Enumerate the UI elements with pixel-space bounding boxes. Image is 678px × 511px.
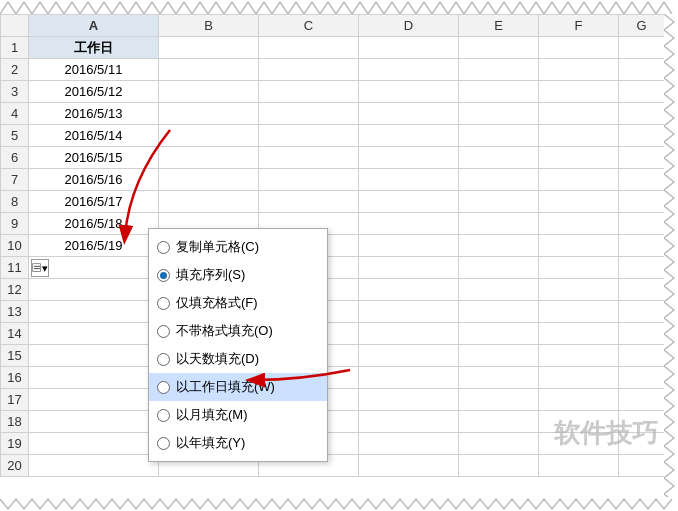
menu-item-fill-format[interactable]: 仅填充格式(F): [149, 289, 327, 317]
cell-g1[interactable]: [619, 37, 665, 59]
radio-fill-workdays: [157, 381, 170, 394]
col-header-a[interactable]: A: [29, 15, 159, 37]
table-row: 13: [1, 301, 665, 323]
cell-a6[interactable]: 2016/5/15: [29, 147, 159, 169]
menu-label-fill-days: 以天数填充(D): [176, 348, 259, 370]
table-row: 14: [1, 323, 665, 345]
radio-fill-months: [157, 409, 170, 422]
menu-label-fill-workdays: 以工作日填充(W): [176, 376, 275, 398]
cell-a8[interactable]: 2016/5/17: [29, 191, 159, 213]
table-row: 7 2016/5/16: [1, 169, 665, 191]
menu-item-fill-years[interactable]: 以年填充(Y): [149, 429, 327, 457]
menu-item-fill-workdays[interactable]: 以工作日填充(W): [149, 373, 327, 401]
autofill-dropdown[interactable]: 复制单元格(C) 填充序列(S) 仅填充格式(F) 不带格式填充(O) 以天数填…: [148, 228, 328, 462]
table-row: 2 2016/5/11: [1, 59, 665, 81]
menu-label-fill-series: 填充序列(S): [176, 264, 245, 286]
menu-label-fill-format: 仅填充格式(F): [176, 292, 258, 314]
col-header-c[interactable]: C: [259, 15, 359, 37]
cell-a11[interactable]: ▾: [29, 257, 159, 279]
row-num-1: 1: [1, 37, 29, 59]
menu-item-fill-no-format[interactable]: 不带格式填充(O): [149, 317, 327, 345]
radio-fill-no-format: [157, 325, 170, 338]
menu-label-fill-years: 以年填充(Y): [176, 432, 245, 454]
menu-label-fill-no-format: 不带格式填充(O): [176, 320, 273, 342]
menu-item-fill-days[interactable]: 以天数填充(D): [149, 345, 327, 373]
table-row: 9 2016/5/18: [1, 213, 665, 235]
cell-a2[interactable]: 2016/5/11: [29, 59, 159, 81]
radio-fill-days: [157, 353, 170, 366]
col-header-d[interactable]: D: [359, 15, 459, 37]
menu-item-copy-cell[interactable]: 复制单元格(C): [149, 233, 327, 261]
radio-copy-cell: [157, 241, 170, 254]
table-row: 19: [1, 433, 665, 455]
cell-a7[interactable]: 2016/5/16: [29, 169, 159, 191]
table-row: 11 ▾: [1, 257, 665, 279]
radio-inner-fill-series: [160, 272, 167, 279]
cell-a9[interactable]: 2016/5/18: [29, 213, 159, 235]
col-header-e[interactable]: E: [459, 15, 539, 37]
menu-item-fill-months[interactable]: 以月填充(M): [149, 401, 327, 429]
table-row: 8 2016/5/17: [1, 191, 665, 213]
menu-item-fill-series[interactable]: 填充序列(S): [149, 261, 327, 289]
table-row: 16: [1, 367, 665, 389]
radio-fill-format: [157, 297, 170, 310]
cell-f1[interactable]: [539, 37, 619, 59]
cell-d1[interactable]: [359, 37, 459, 59]
svg-rect-3: [40, 267, 42, 268]
cell-a4[interactable]: 2016/5/13: [29, 103, 159, 125]
table-row: 5 2016/5/14: [1, 125, 665, 147]
col-header-g[interactable]: G: [619, 15, 665, 37]
table-row: 10 2016/5/19: [1, 235, 665, 257]
table-row: 12: [1, 279, 665, 301]
table-row: 6 2016/5/15: [1, 147, 665, 169]
menu-label-fill-months: 以月填充(M): [176, 404, 248, 426]
cell-a3[interactable]: 2016/5/12: [29, 81, 159, 103]
table-row: 18: [1, 411, 665, 433]
radio-fill-years: [157, 437, 170, 450]
svg-rect-0: [33, 264, 41, 272]
cell-e1[interactable]: [459, 37, 539, 59]
radio-fill-series: [157, 269, 170, 282]
autofill-icon[interactable]: ▾: [31, 259, 49, 277]
table-row: 4 2016/5/13: [1, 103, 665, 125]
table-row: 17: [1, 389, 665, 411]
cell-a5[interactable]: 2016/5/14: [29, 125, 159, 147]
table-row: 15: [1, 345, 665, 367]
table-row: 1 工作日: [1, 37, 665, 59]
col-header-f[interactable]: F: [539, 15, 619, 37]
svg-rect-2: [34, 268, 40, 269]
corner-cell: [1, 15, 29, 37]
cell-a10[interactable]: 2016/5/19: [29, 235, 159, 257]
svg-rect-1: [34, 266, 40, 267]
table-row: 20: [1, 455, 665, 477]
cell-b1[interactable]: [159, 37, 259, 59]
cell-c1[interactable]: [259, 37, 359, 59]
spreadsheet: A B C D E F G 1 工作日: [0, 14, 664, 477]
menu-label-copy-cell: 复制单元格(C): [176, 236, 259, 258]
cell-a1[interactable]: 工作日: [29, 37, 159, 59]
col-header-b[interactable]: B: [159, 15, 259, 37]
table-row: 3 2016/5/12: [1, 81, 665, 103]
